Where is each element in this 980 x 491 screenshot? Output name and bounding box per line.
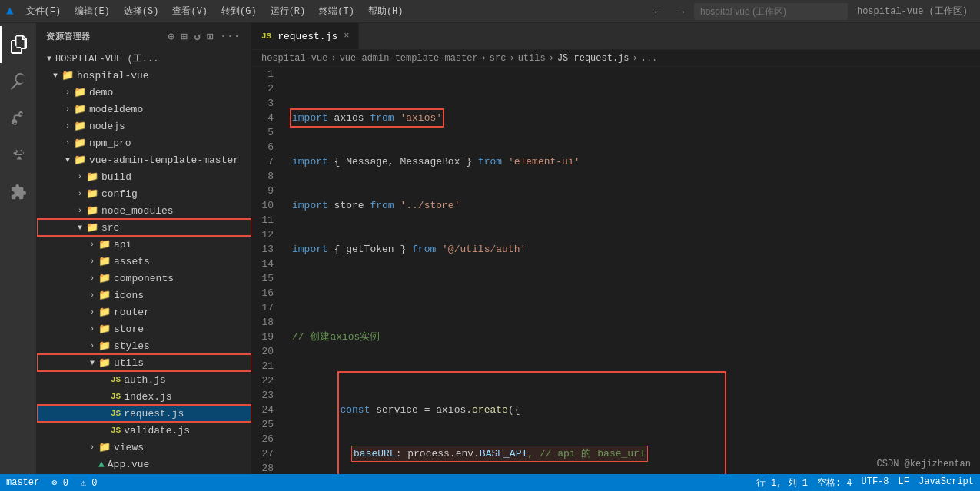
file-label: auth.js xyxy=(124,374,166,386)
folder-icon: 📁 xyxy=(74,86,86,98)
language[interactable]: JavaScript xyxy=(919,476,974,489)
folder-label: config xyxy=(101,188,138,200)
menu-help[interactable]: 帮助(H) xyxy=(362,3,410,19)
sidebar-item-nodejs[interactable]: › 📁 nodejs xyxy=(37,118,251,134)
error-count: ⊗ 0 xyxy=(51,477,68,489)
sidebar-content: ▼ HOSPITAL-VUE (工... ▼ 📁 hospital-vue › … xyxy=(37,50,251,474)
activity-git[interactable] xyxy=(0,100,37,137)
menu-edit[interactable]: 编辑(E) xyxy=(68,3,116,19)
nav-forward[interactable]: → xyxy=(671,4,691,19)
sidebar-item-src[interactable]: ▼ 📁 src xyxy=(37,219,251,236)
sidebar-item-config[interactable]: › 📁 config xyxy=(37,185,251,202)
workspace-label: hospital-vue (工作区) xyxy=(851,5,974,18)
new-file-icon[interactable]: ⊕ xyxy=(167,28,177,45)
folder-icon: 📁 xyxy=(98,357,111,369)
sidebar-item-utils[interactable]: ▼ 📁 utils xyxy=(37,354,251,371)
activity-bar xyxy=(0,23,37,474)
breadcrumb-sep: › xyxy=(633,53,638,64)
new-folder-icon[interactable]: ⊞ xyxy=(179,28,189,45)
folder-icon: 📁 xyxy=(74,103,86,115)
activity-extensions[interactable] xyxy=(0,174,37,211)
folder-icon: 📁 xyxy=(98,441,111,453)
code-line-8: baseURL: process.env.BASE_API, // api 的 … xyxy=(340,446,724,461)
sidebar-item-build[interactable]: › 📁 build xyxy=(37,168,251,185)
main-layout: 资源管理器 ⊕ ⊞ ↺ ⊡ ··· ▼ HOSPITAL-VUE (工... ▼… xyxy=(0,23,980,474)
code-line-1: import axios from 'axios' xyxy=(292,111,974,125)
sidebar-title: 资源管理器 xyxy=(46,31,91,42)
status-right: 行 1, 列 1 空格: 4 UTF-8 LF JavaScript xyxy=(756,476,974,489)
folder-icon: 📁 xyxy=(98,306,111,318)
app-icon: ▲ xyxy=(6,5,14,18)
code-editor[interactable]: 12345 678910 1112131415 1617181920 21222… xyxy=(252,67,980,474)
folder-icon: 📁 xyxy=(74,154,86,166)
sidebar-item-icons[interactable]: › 📁 icons xyxy=(37,287,251,304)
menu-run[interactable]: 运行(R) xyxy=(264,3,312,19)
sidebar-item-router[interactable]: › 📁 router xyxy=(37,304,251,320)
encoding[interactable]: UTF-8 xyxy=(862,476,889,489)
sidebar-item-components[interactable]: › 📁 components xyxy=(37,270,251,287)
activity-explorer[interactable] xyxy=(0,26,37,63)
sidebar-item-api[interactable]: › 📁 api xyxy=(37,236,251,253)
folder-label: modeldemo xyxy=(89,104,143,115)
folder-label: utils xyxy=(114,357,144,369)
root-label: HOSPITAL-VUE (工... xyxy=(55,52,158,65)
folder-label: store xyxy=(114,323,144,335)
sidebar-item-styles[interactable]: › 📁 styles xyxy=(37,337,251,354)
sidebar-item-node-modules[interactable]: › 📁 node_modules xyxy=(37,202,251,219)
menu-view[interactable]: 查看(V) xyxy=(166,3,214,19)
sidebar-item-request-js[interactable]: › JS request.js xyxy=(37,405,251,422)
sidebar-item-main-js[interactable]: › JS main.js xyxy=(37,473,251,474)
folder-label: demo xyxy=(89,87,113,98)
spaces[interactable]: 空格: 4 xyxy=(817,476,852,489)
menu-file[interactable]: 文件(F) xyxy=(20,3,68,19)
file-label: index.js xyxy=(124,391,171,403)
folder-icon: 📁 xyxy=(98,323,111,335)
js-file-icon: JS xyxy=(111,392,121,401)
sidebar-item-assets[interactable]: › 📁 assets xyxy=(37,253,251,270)
sidebar-item-validate-js[interactable]: › JS validate.js xyxy=(37,422,251,439)
tab-close-button[interactable]: × xyxy=(344,31,349,41)
menu-goto[interactable]: 转到(G) xyxy=(215,3,263,19)
folder-icon: 📁 xyxy=(86,187,98,200)
refresh-icon[interactable]: ↺ xyxy=(192,28,202,45)
more-icon[interactable]: ··· xyxy=(218,28,242,45)
folder-icon: 📁 xyxy=(98,272,111,284)
file-label: App.vue xyxy=(108,459,150,470)
nav-back[interactable]: ← xyxy=(648,4,668,19)
menu-select[interactable]: 选择(S) xyxy=(118,3,165,19)
folder-label: views xyxy=(114,442,144,453)
tree-root[interactable]: ▼ HOSPITAL-VUE (工... xyxy=(37,50,251,67)
collapse-icon[interactable]: ⊡ xyxy=(205,28,215,45)
sidebar-item-modeldemo[interactable]: › 📁 modeldemo xyxy=(37,101,251,118)
eol[interactable]: LF xyxy=(899,476,909,489)
code-line-5 xyxy=(292,286,974,300)
activity-search[interactable] xyxy=(0,63,37,100)
breadcrumb-sep: › xyxy=(481,53,487,64)
breadcrumb-sep: › xyxy=(331,53,336,64)
code-line-4: import { getToken } from '@/utils/auth' xyxy=(292,242,974,257)
breadcrumb-sep: › xyxy=(509,53,514,64)
line-col[interactable]: 行 1, 列 1 xyxy=(756,476,808,489)
git-branch[interactable]: master xyxy=(6,477,39,488)
sidebar-item-views[interactable]: › 📁 views xyxy=(37,439,251,456)
tabs-bar: JS request.js × xyxy=(252,23,980,50)
folder-label: assets xyxy=(114,256,150,267)
sidebar-item-auth-js[interactable]: › JS auth.js xyxy=(37,371,251,388)
menu-terminal[interactable]: 终端(T) xyxy=(313,3,360,19)
sidebar-item-vue-admin[interactable]: ▼ 📁 vue-admin-template-master xyxy=(37,151,251,168)
sidebar-item-hospital-vue[interactable]: ▼ 📁 hospital-vue xyxy=(37,67,251,84)
sidebar-item-npm-pro[interactable]: › 📁 npm_pro xyxy=(37,134,251,151)
expand-arrow: ▼ xyxy=(43,52,55,65)
sidebar-item-app-vue[interactable]: › ▲ App.vue xyxy=(37,456,251,473)
folder-label: components xyxy=(114,273,174,284)
sidebar-item-demo[interactable]: › 📁 demo xyxy=(37,84,251,101)
tab-request-js[interactable]: JS request.js × xyxy=(252,23,359,49)
file-label: request.js xyxy=(124,408,184,420)
breadcrumb-part: utils xyxy=(518,53,546,64)
sidebar-item-store[interactable]: › 📁 store xyxy=(37,320,251,337)
activity-debug[interactable] xyxy=(0,137,37,174)
breadcrumb-part: hospital-vue xyxy=(261,53,327,64)
sidebar-item-index-js[interactable]: › JS index.js xyxy=(37,388,251,405)
search-input[interactable] xyxy=(694,3,848,20)
code-line-3: import store from '../store' xyxy=(292,198,974,213)
